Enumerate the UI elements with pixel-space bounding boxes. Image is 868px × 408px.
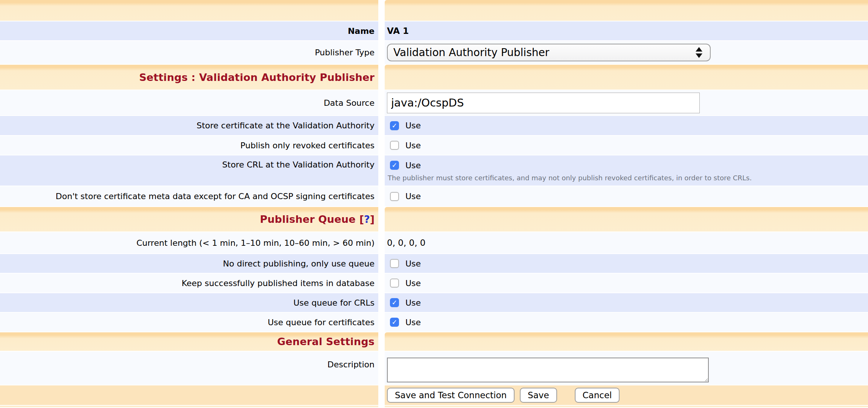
- use-queue-certificates-label: Use queue for certificates: [268, 318, 375, 327]
- keep-published-items-checkbox[interactable]: [390, 279, 399, 288]
- store-certificate-row: Store certificate at the Validation Auth…: [0, 116, 868, 135]
- current-length-value: 0, 0, 0, 0: [387, 238, 425, 248]
- data-source-label: Data Source: [324, 98, 375, 108]
- store-certificate-checkbox[interactable]: [390, 121, 399, 130]
- settings-section-header: Settings : Validation Authority Publishe…: [0, 65, 868, 90]
- dont-store-meta-row: Don't store certificate meta data except…: [0, 186, 868, 206]
- description-row: Description: [0, 352, 868, 385]
- publish-only-revoked-use-label: Use: [405, 141, 421, 150]
- publisher-type-row: Publisher Type Validation Authority Publ…: [0, 41, 868, 64]
- name-value: VA 1: [387, 26, 409, 36]
- no-direct-publishing-use-label: Use: [405, 259, 421, 268]
- publisher-type-select[interactable]: Validation Authority Publisher: [387, 44, 711, 61]
- publisher-type-label: Publisher Type: [315, 48, 375, 57]
- select-spinner-icon: [696, 47, 702, 58]
- top-section-row: [0, 0, 868, 21]
- top-section-left: [0, 0, 378, 21]
- name-label: Name: [348, 26, 375, 36]
- publisher-queue-help-link[interactable]: ?: [364, 213, 370, 225]
- store-crl-help-text: The publisher must store certificates, a…: [387, 174, 752, 182]
- keep-published-items-row: Keep successfully published items in dat…: [0, 274, 868, 292]
- current-length-label: Current length (< 1 min, 1–10 min, 10–60…: [136, 238, 375, 248]
- keep-published-items-label: Keep successfully published items in dat…: [181, 279, 375, 288]
- name-row: Name VA 1: [0, 21, 868, 40]
- dont-store-meta-label: Don't store certificate meta data except…: [56, 192, 375, 201]
- general-settings-section-title: General Settings: [277, 336, 375, 347]
- settings-section-title: Settings : Validation Authority Publishe…: [139, 72, 375, 83]
- publisher-queue-section-header: Publisher Queue [?]: [0, 207, 868, 231]
- current-length-row: Current length (< 1 min, 1–10 min, 10–60…: [0, 232, 868, 253]
- store-certificate-label: Store certificate at the Validation Auth…: [196, 121, 375, 130]
- no-direct-publishing-label: No direct publishing, only use queue: [223, 259, 375, 268]
- publisher-type-selected-option: Validation Authority Publisher: [393, 46, 696, 59]
- store-crl-row: Store CRL at the Validation Authority Us…: [0, 155, 868, 186]
- publish-only-revoked-label: Publish only revoked certificates: [241, 141, 375, 150]
- bottom-section-row: [0, 406, 868, 407]
- publish-only-revoked-checkbox[interactable]: [390, 141, 399, 150]
- use-queue-certificates-use-label: Use: [405, 318, 421, 327]
- use-queue-crls-row: Use queue for CRLs Use: [0, 293, 868, 312]
- use-queue-crls-checkbox[interactable]: [390, 298, 399, 307]
- store-crl-label: Store CRL at the Validation Authority: [222, 160, 375, 169]
- edit-publisher-page: Name VA 1 Publisher Type Validation Auth…: [0, 0, 868, 408]
- keep-published-items-use-label: Use: [405, 279, 421, 288]
- use-queue-crls-use-label: Use: [405, 298, 421, 308]
- top-section-right: [385, 0, 868, 21]
- dont-store-meta-checkbox[interactable]: [390, 192, 399, 201]
- data-source-row: Data Source: [0, 90, 868, 115]
- use-queue-certificates-row: Use queue for certificates Use: [0, 313, 868, 332]
- help-bracket-open: [: [359, 213, 364, 225]
- dont-store-meta-use-label: Use: [405, 192, 421, 201]
- store-crl-use-label: Use: [405, 161, 421, 170]
- description-label: Description: [327, 360, 375, 369]
- no-direct-publishing-row: No direct publishing, only use queue Use: [0, 254, 868, 273]
- use-queue-crls-label: Use queue for CRLs: [293, 298, 375, 308]
- publisher-queue-section-title: Publisher Queue: [260, 213, 355, 225]
- publish-only-revoked-row: Publish only revoked certificates Use: [0, 136, 868, 155]
- store-crl-checkbox[interactable]: [390, 161, 399, 170]
- store-certificate-use-label: Use: [405, 121, 421, 130]
- no-direct-publishing-checkbox[interactable]: [390, 259, 399, 268]
- publisher-queue-help: [?]: [359, 213, 375, 225]
- help-bracket-close: ]: [370, 213, 375, 225]
- save-and-test-connection-button[interactable]: Save and Test Connection: [387, 388, 515, 403]
- actions-row: Save and Test Connection Save Cancel: [0, 385, 868, 405]
- save-button[interactable]: Save: [520, 388, 557, 403]
- description-textarea[interactable]: [387, 358, 709, 382]
- use-queue-certificates-checkbox[interactable]: [390, 318, 399, 327]
- general-settings-section-header: General Settings: [0, 332, 868, 351]
- data-source-input[interactable]: [387, 93, 700, 113]
- cancel-button[interactable]: Cancel: [575, 388, 620, 403]
